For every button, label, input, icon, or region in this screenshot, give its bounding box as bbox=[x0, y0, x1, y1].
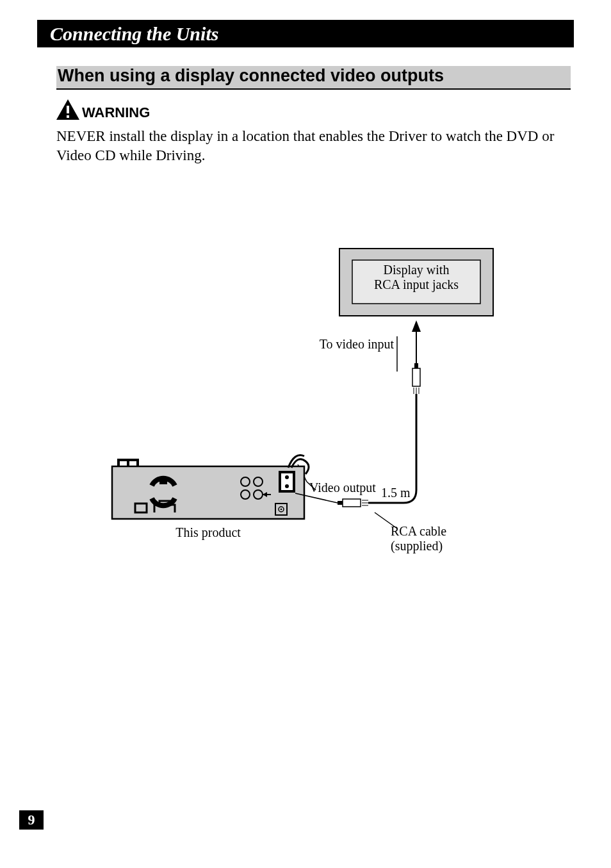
page-number: 9 bbox=[19, 810, 44, 830]
warning-body: NEVER install the display in a location … bbox=[56, 127, 562, 165]
warning-icon bbox=[56, 99, 79, 122]
display-box-line2: RCA input jacks bbox=[352, 277, 480, 292]
rca-cable-line2: (supplied) bbox=[391, 539, 468, 553]
section-heading-text: When using a display connected video out… bbox=[58, 66, 444, 85]
display-box-label: Display with RCA input jacks bbox=[352, 263, 480, 292]
svg-point-33 bbox=[285, 484, 289, 488]
page-number-text: 9 bbox=[28, 812, 35, 828]
warning-row: WARNING bbox=[56, 99, 150, 122]
svg-rect-23 bbox=[159, 478, 167, 484]
svg-rect-2 bbox=[67, 115, 69, 118]
page: Connecting the Units When using a displa… bbox=[0, 0, 611, 868]
svg-rect-13 bbox=[338, 501, 343, 505]
svg-rect-1 bbox=[67, 106, 69, 113]
svg-point-32 bbox=[285, 475, 289, 479]
this-product-label: This product bbox=[144, 525, 272, 540]
cable-length-label: 1.5 m bbox=[381, 486, 420, 500]
video-output-label: Video output bbox=[309, 480, 386, 495]
svg-rect-8 bbox=[414, 363, 418, 368]
display-box-line1: Display with bbox=[352, 263, 480, 277]
svg-point-37 bbox=[281, 509, 282, 511]
section-heading: When using a display connected video out… bbox=[56, 66, 571, 90]
connection-diagram: Display with RCA input jacks To video in… bbox=[99, 243, 509, 570]
rca-cable-line1: RCA cable bbox=[391, 524, 468, 539]
title-bar: Connecting the Units bbox=[37, 20, 574, 47]
warning-label: WARNING bbox=[82, 104, 150, 122]
title-bar-text: Connecting the Units bbox=[50, 23, 218, 44]
to-video-input-label: To video input bbox=[311, 337, 394, 352]
rca-cable-label: RCA cable (supplied) bbox=[391, 524, 468, 553]
svg-rect-7 bbox=[412, 368, 420, 386]
svg-rect-12 bbox=[343, 499, 361, 507]
svg-marker-6 bbox=[412, 320, 421, 332]
